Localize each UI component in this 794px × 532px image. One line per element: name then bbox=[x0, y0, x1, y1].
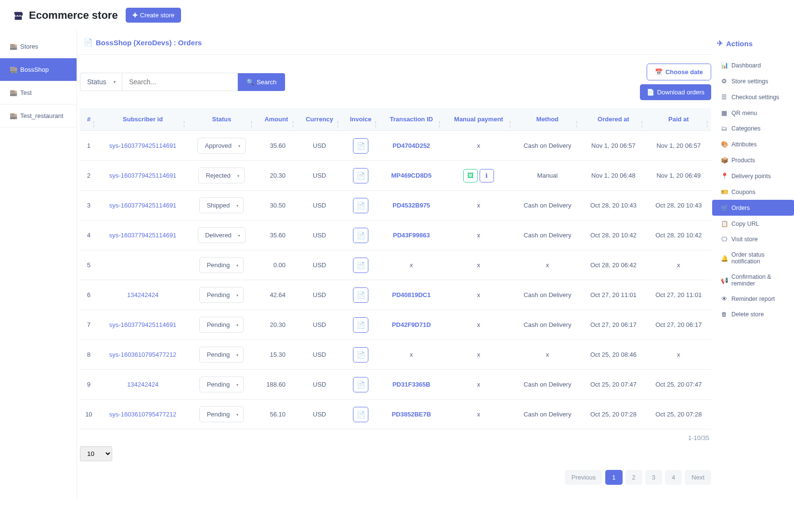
sidebar-item-stores[interactable]: 🏬Stores bbox=[0, 35, 77, 58]
action-delivery-points[interactable]: 📍Delivery points bbox=[717, 168, 791, 184]
transaction-link[interactable]: PD31F3365B bbox=[392, 381, 430, 388]
status-select[interactable]: Shipped bbox=[199, 197, 244, 213]
subscriber-link[interactable]: sys-1603779425114691 bbox=[109, 202, 177, 209]
transaction-link[interactable]: PD40819DC1 bbox=[392, 291, 430, 298]
store-icon bbox=[12, 11, 25, 20]
transaction-link[interactable]: MP469CD8D5 bbox=[391, 172, 431, 179]
app-title: Ecommerce store bbox=[29, 9, 118, 22]
page-button[interactable]: 2 bbox=[625, 470, 642, 485]
prev-button[interactable]: Previous bbox=[565, 470, 603, 485]
download-icon: 📄 bbox=[647, 89, 654, 96]
orders-table: #↑↓Subscriber id↑↓Status↑↓Amount↑↓Curren… bbox=[80, 108, 711, 429]
sort-icon: ↑↓ bbox=[92, 121, 95, 128]
pagination-info: 1-10/35 bbox=[80, 429, 711, 441]
transaction-link[interactable]: PD42F9D71D bbox=[392, 321, 431, 328]
action-coupons[interactable]: 🎫Coupons bbox=[717, 184, 791, 200]
invoice-button[interactable]: 📄 bbox=[353, 317, 368, 333]
status-select[interactable]: Rejected bbox=[198, 168, 245, 183]
store-icon: 🏬 bbox=[10, 66, 16, 73]
subscriber-link[interactable]: sys-1603779425114691 bbox=[109, 142, 177, 149]
status-select[interactable]: Pending bbox=[199, 257, 244, 273]
invoice-button[interactable]: 📄 bbox=[353, 258, 368, 273]
download-orders-button[interactable]: 📄 Download orders bbox=[640, 84, 711, 100]
subscriber-link[interactable]: sys-1603610795477212 bbox=[109, 351, 177, 358]
invoice-button[interactable]: 📄 bbox=[353, 377, 368, 392]
status-select[interactable]: Pending bbox=[199, 406, 244, 422]
invoice-button[interactable]: 📄 bbox=[353, 138, 368, 154]
transaction-link[interactable]: PD3852BE7B bbox=[392, 411, 431, 418]
sidebar-item-test_restaurant[interactable]: 🏬Test_restaurant bbox=[0, 104, 77, 128]
col-header[interactable]: Transaction ID↑↓ bbox=[379, 108, 443, 131]
action-reminder-report[interactable]: 👁Reminder report bbox=[717, 291, 791, 307]
search-input[interactable] bbox=[122, 73, 238, 91]
subscriber-link[interactable]: sys-1603779425114691 bbox=[109, 232, 177, 239]
action-confirmation-reminder[interactable]: 📢Confirmation & reminder bbox=[717, 269, 791, 291]
action-order-status-notification[interactable]: 🔔Order status notification bbox=[717, 247, 791, 269]
action-checkout-settings[interactable]: ☰Checkout settings bbox=[717, 89, 791, 105]
col-header[interactable]: Status↑↓ bbox=[188, 108, 255, 131]
subscriber-link[interactable]: 134242424 bbox=[127, 381, 158, 388]
subscriber-link[interactable]: sys-1603610795477212 bbox=[109, 411, 177, 418]
action-orders[interactable]: 🛒Orders bbox=[712, 200, 794, 216]
action-qr-menu[interactable]: ▦QR menu bbox=[717, 105, 791, 121]
transaction-link[interactable]: PD4532B975 bbox=[392, 202, 430, 209]
action-dashboard[interactable]: 📊Dashboard bbox=[717, 57, 791, 73]
action-attributes[interactable]: 🎨Attributes bbox=[717, 136, 791, 152]
action-visit-store[interactable]: 🖵Visit store bbox=[717, 232, 791, 247]
subscriber-link[interactable]: sys-1603779425114691 bbox=[109, 321, 177, 328]
page-size-select[interactable]: 10 bbox=[80, 446, 112, 461]
invoice-button[interactable]: 📄 bbox=[353, 228, 368, 243]
table-row: 10sys-1603610795477212Pending56.10USD📄PD… bbox=[80, 400, 711, 429]
actions-title: ✈ Actions bbox=[717, 39, 791, 48]
status-select[interactable]: Pending bbox=[199, 347, 244, 363]
table-row: 6134242424Pending42.64USD📄PD40819DC1xCas… bbox=[80, 280, 711, 310]
status-select[interactable]: Delivered bbox=[198, 227, 246, 243]
invoice-button[interactable]: 📄 bbox=[353, 407, 368, 422]
action-icon: 📊 bbox=[721, 62, 728, 69]
search-button[interactable]: 🔍 Search bbox=[238, 73, 285, 91]
invoice-button[interactable]: 📄 bbox=[353, 198, 368, 213]
choose-date-button[interactable]: 📅 Choose date bbox=[647, 64, 711, 80]
subscriber-link[interactable]: 134242424 bbox=[127, 291, 158, 298]
col-header[interactable]: Amount↑↓ bbox=[255, 108, 297, 131]
create-store-button[interactable]: ✚ Create store bbox=[126, 8, 182, 23]
status-select[interactable]: Pending bbox=[199, 287, 244, 303]
status-select[interactable]: Pending bbox=[199, 317, 244, 333]
status-filter-select[interactable]: Status bbox=[80, 73, 122, 91]
action-delete-store[interactable]: 🗑Delete store bbox=[717, 307, 791, 322]
sidebar-item-bossshop[interactable]: 🏬BossShop bbox=[0, 58, 77, 81]
col-header[interactable]: Subscriber id↑↓ bbox=[98, 108, 188, 131]
status-select[interactable]: Pending bbox=[199, 376, 244, 392]
transaction-link[interactable]: PD4704D252 bbox=[392, 142, 430, 149]
transaction-link[interactable]: PD43F99863 bbox=[393, 232, 430, 239]
page-button[interactable]: 1 bbox=[605, 470, 622, 485]
status-select[interactable]: Approved bbox=[197, 138, 246, 154]
sidebar-item-test[interactable]: 🏬Test bbox=[0, 81, 77, 104]
action-products[interactable]: 📦Products bbox=[717, 152, 791, 168]
invoice-button[interactable]: 📄 bbox=[353, 347, 368, 363]
col-header[interactable]: Currency↑↓ bbox=[297, 108, 342, 131]
action-store-settings[interactable]: ⚙Store settings bbox=[717, 73, 791, 89]
action-icon: 👁 bbox=[721, 296, 728, 302]
store-icon: 🏬 bbox=[10, 112, 16, 119]
manual-info-button[interactable]: ℹ bbox=[480, 169, 494, 182]
col-header[interactable]: Manual payment↑↓ bbox=[443, 108, 514, 131]
page-button[interactable]: 3 bbox=[645, 470, 662, 485]
table-row: 4sys-1603779425114691Delivered35.60USD📄P… bbox=[80, 221, 711, 250]
col-header[interactable]: Invoice↑↓ bbox=[342, 108, 379, 131]
invoice-button[interactable]: 📄 bbox=[353, 168, 368, 183]
col-header[interactable]: #↑↓ bbox=[80, 108, 98, 131]
col-header[interactable]: Ordered at↑↓ bbox=[581, 108, 646, 131]
action-icon: 🗂 bbox=[721, 125, 728, 132]
action-copy-url[interactable]: 📋Copy URL bbox=[717, 216, 791, 232]
subscriber-link[interactable]: sys-1603779425114691 bbox=[109, 172, 177, 179]
sidebar-right: ✈ Actions 📊Dashboard⚙Store settings☰Chec… bbox=[712, 30, 794, 499]
col-header[interactable]: Method↑↓ bbox=[514, 108, 581, 131]
action-categories[interactable]: 🗂Categories bbox=[717, 121, 791, 136]
store-icon: 🏬 bbox=[10, 89, 16, 96]
manual-image-button[interactable]: 🖼 bbox=[463, 169, 478, 182]
col-header[interactable]: Paid at↑↓ bbox=[646, 108, 711, 131]
page-button[interactable]: 4 bbox=[665, 470, 682, 485]
next-button[interactable]: Next bbox=[685, 470, 711, 485]
invoice-button[interactable]: 📄 bbox=[353, 287, 368, 303]
